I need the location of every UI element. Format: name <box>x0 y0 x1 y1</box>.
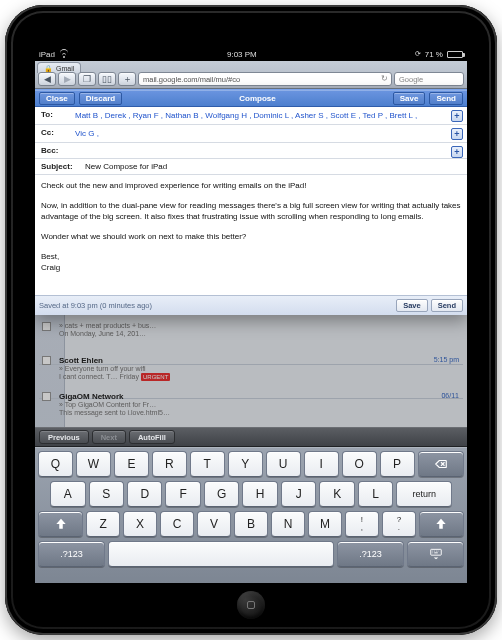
key-comma[interactable]: ! , <box>345 511 379 537</box>
subject-field[interactable]: Subject: New Compose for iPad <box>35 159 467 175</box>
key-a[interactable]: A <box>50 481 85 507</box>
svg-rect-0 <box>430 549 441 555</box>
key-p[interactable]: P <box>380 451 415 477</box>
key-row-1: Q W E R T Y U I O P <box>38 451 464 477</box>
body-p2: Now, in addition to the dual-pane view f… <box>41 200 461 222</box>
key-j[interactable]: J <box>281 481 316 507</box>
key-v[interactable]: V <box>197 511 231 537</box>
search-field[interactable]: Google <box>394 72 464 86</box>
send-button[interactable]: Send <box>429 92 463 105</box>
compose-window: Close Discard Compose Save Send To: Matt… <box>35 89 467 315</box>
add-cc-recipient-button[interactable]: + <box>451 128 463 140</box>
shift-icon <box>434 517 448 531</box>
key-shift-left[interactable] <box>38 511 83 537</box>
discard-button[interactable]: Discard <box>79 92 122 105</box>
battery-icon <box>447 51 463 58</box>
forward-button[interactable]: ▶ <box>58 72 76 86</box>
keyboard: Q W E R T Y U I O P A S D <box>35 447 467 583</box>
footer-save-button[interactable]: Save <box>396 299 428 312</box>
key-c[interactable]: C <box>160 511 194 537</box>
key-shift-right[interactable] <box>419 511 464 537</box>
autofill-button[interactable]: AutoFill <box>129 430 175 444</box>
key-u[interactable]: U <box>266 451 301 477</box>
key-y[interactable]: Y <box>228 451 263 477</box>
close-button[interactable]: Close <box>39 92 75 105</box>
key-l[interactable]: L <box>358 481 393 507</box>
key-w[interactable]: W <box>76 451 111 477</box>
pages-icon: ❐ <box>83 74 91 84</box>
battery-pct: 71 % <box>425 50 443 59</box>
plus-icon: ＋ <box>123 73 132 86</box>
compose-footer: Saved at 9:03 pm (0 minutes ago) Save Se… <box>35 295 467 315</box>
wifi-icon <box>59 50 69 58</box>
search-placeholder: Google <box>399 75 423 84</box>
key-x[interactable]: X <box>123 511 157 537</box>
key-return[interactable]: return <box>396 481 452 507</box>
add-bcc-recipient-button[interactable]: + <box>451 146 463 158</box>
cc-value: Vic G , <box>75 128 461 139</box>
bookmarks-button[interactable]: ▯▯ <box>98 72 116 86</box>
cc-field[interactable]: Cc: Vic G , + <box>35 125 467 143</box>
message-body[interactable]: Check out the new and improved experienc… <box>35 175 467 295</box>
key-backspace[interactable] <box>418 451 464 477</box>
key-m[interactable]: M <box>308 511 342 537</box>
key-s[interactable]: S <box>89 481 124 507</box>
key-i[interactable]: I <box>304 451 339 477</box>
key-k[interactable]: K <box>319 481 354 507</box>
key-q[interactable]: Q <box>38 451 73 477</box>
key-space[interactable] <box>108 541 334 567</box>
bcc-field[interactable]: Bcc: + <box>35 143 467 159</box>
hide-keyboard-icon <box>429 547 443 561</box>
home-button[interactable] <box>237 591 265 619</box>
key-hide-keyboard[interactable] <box>407 541 464 567</box>
key-z[interactable]: Z <box>86 511 120 537</box>
url-text: mail.google.com/mail/mu/#co <box>143 75 240 84</box>
prev-field-button[interactable]: Previous <box>39 430 89 444</box>
key-period[interactable]: ? . <box>382 511 416 537</box>
key-numbers-left[interactable]: .?123 <box>38 541 105 567</box>
compose-title: Compose <box>126 94 389 103</box>
body-sig1: Best, <box>41 251 461 262</box>
to-field[interactable]: To: Matt B , Derek , Ryan F , Nathan B ,… <box>35 107 467 125</box>
body-sig2: Craig <box>41 262 461 273</box>
key-row-2: A S D F G H J K L return <box>38 481 464 507</box>
key-t[interactable]: T <box>190 451 225 477</box>
status-time: 9:03 PM <box>227 50 257 59</box>
key-n[interactable]: N <box>271 511 305 537</box>
key-r[interactable]: R <box>152 451 187 477</box>
key-g[interactable]: G <box>204 481 239 507</box>
key-f[interactable]: F <box>165 481 200 507</box>
back-button[interactable]: ◀ <box>38 72 56 86</box>
add-to-recipient-button[interactable]: + <box>451 110 463 122</box>
pages-button[interactable]: ❐ <box>78 72 96 86</box>
key-h[interactable]: H <box>242 481 277 507</box>
url-field[interactable]: mail.google.com/mail/mu/#co ↻ <box>138 72 392 86</box>
key-row-3: Z X C V B N M ! , ? . <box>38 511 464 537</box>
home-icon <box>247 601 255 609</box>
save-button[interactable]: Save <box>393 92 426 105</box>
key-e[interactable]: E <box>114 451 149 477</box>
cc-label: Cc: <box>41 128 75 137</box>
compose-toolbar: Close Discard Compose Save Send <box>35 89 467 107</box>
status-bar: iPad 9:03 PM ⟳ 71 % <box>35 47 467 61</box>
carrier-label: iPad <box>39 50 55 59</box>
subject-value: New Compose for iPad <box>85 162 461 171</box>
key-row-4: .?123 .?123 <box>38 541 464 567</box>
chevron-right-icon: ▶ <box>64 74 71 84</box>
reload-icon[interactable]: ↻ <box>381 74 388 83</box>
body-p3: Wonder what we should work on next to ma… <box>41 231 461 242</box>
key-d[interactable]: D <box>127 481 162 507</box>
next-field-button[interactable]: Next <box>92 430 126 444</box>
key-b[interactable]: B <box>234 511 268 537</box>
to-value: Matt B , Derek , Ryan F , Nathan B , Wol… <box>75 110 461 121</box>
shift-icon <box>54 517 68 531</box>
footer-send-button[interactable]: Send <box>431 299 463 312</box>
to-label: To: <box>41 110 75 119</box>
keyboard-assistant-bar: Previous Next AutoFill <box>35 427 467 447</box>
backspace-icon <box>434 457 448 471</box>
key-numbers-right[interactable]: .?123 <box>337 541 404 567</box>
add-tab-button[interactable]: ＋ <box>118 72 136 86</box>
subject-label: Subject: <box>41 162 85 171</box>
chevron-left-icon: ◀ <box>44 74 51 84</box>
key-o[interactable]: O <box>342 451 377 477</box>
